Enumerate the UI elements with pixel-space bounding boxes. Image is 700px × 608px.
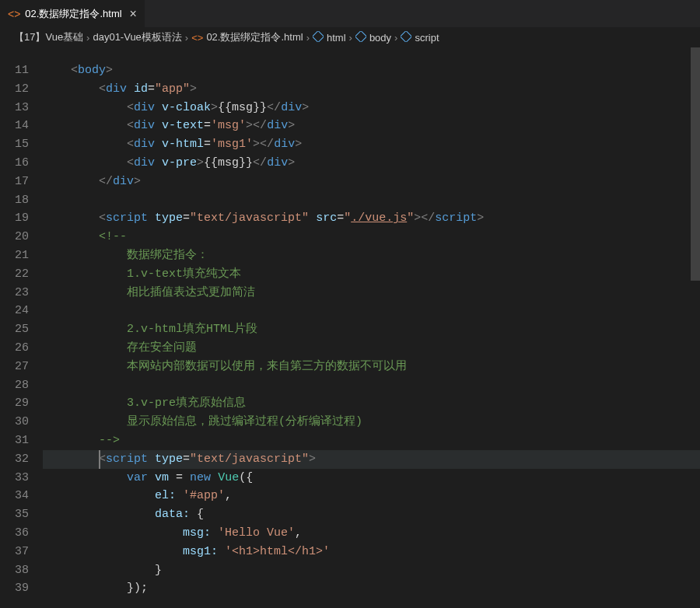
code-line[interactable]: 1.v-text填充纯文本 (43, 265, 700, 284)
line-number: 39 (0, 579, 29, 598)
line-number: 22 (0, 265, 29, 284)
code-line[interactable]: <!-- (43, 228, 700, 246)
breadcrumb-label: script (415, 32, 439, 44)
line-number: 32 (0, 450, 29, 469)
code-line[interactable]: data: { (43, 505, 700, 524)
code-line[interactable] (43, 302, 700, 320)
code-line[interactable]: var vm = new Vue({ (43, 469, 700, 487)
line-number: 38 (0, 561, 29, 580)
breadcrumb-item[interactable]: day01-Vue模板语法 (93, 30, 181, 44)
line-number: 37 (0, 543, 29, 561)
breadcrumb-label: 【17】Vue基础 (14, 30, 83, 44)
code-line[interactable]: <div v-cloak>{{msg}}</div> (43, 99, 700, 117)
code-line[interactable]: <div v-text='msg'></div> (43, 117, 700, 135)
text-cursor (99, 450, 100, 469)
breadcrumb-separator: › (185, 32, 188, 44)
line-number: 19 (0, 209, 29, 228)
code-line[interactable]: <div v-html='msg1'></div> (43, 135, 700, 154)
code-line[interactable] (43, 376, 700, 395)
tab-active[interactable]: <> 02.数据绑定指令.html × (0, 0, 145, 27)
line-number: 21 (0, 246, 29, 265)
code-line[interactable]: <body> (43, 61, 700, 80)
code-line[interactable]: <script type="text/javascript" src="./vu… (43, 209, 700, 228)
line-number: 29 (0, 394, 29, 413)
code-line[interactable]: el: '#app', (43, 487, 700, 505)
code-line[interactable]: 相比插值表达式更加简洁 (43, 284, 700, 302)
line-number: 24 (0, 302, 29, 320)
line-number: 11 (0, 61, 29, 80)
breadcrumb-item[interactable]: script (401, 31, 439, 44)
breadcrumb-separator: › (306, 32, 310, 44)
code-line[interactable]: 显示原始信息，跳过编译过程(分析编译过程) (43, 413, 700, 432)
scrollbar-thumb[interactable] (691, 47, 700, 281)
line-number: 20 (0, 228, 29, 246)
code-area[interactable]: <body> <div id="app"> <div v-cloak>{{msg… (43, 61, 700, 598)
line-number: 27 (0, 358, 29, 376)
breadcrumb-item[interactable]: html (313, 31, 346, 44)
line-number: 17 (0, 173, 29, 191)
html-file-icon: <> (191, 32, 203, 44)
scrollbar-track[interactable] (691, 47, 700, 608)
svg-rect-1 (355, 31, 366, 42)
code-line[interactable]: 存在安全问题 (43, 339, 700, 358)
code-line[interactable]: msg1: '<h1>html</h1>' (43, 543, 700, 561)
tag-icon (401, 31, 411, 44)
tab-filename: 02.数据绑定指令.html (25, 7, 121, 21)
breadcrumb[interactable]: 【17】Vue基础›day01-Vue模板语法›<>02.数据绑定指令.html… (0, 27, 700, 47)
line-number: 15 (0, 135, 29, 154)
code-line[interactable]: </div> (43, 173, 700, 191)
editor-tabs: <> 02.数据绑定指令.html × (0, 0, 700, 27)
code-editor[interactable]: 1112131415161718192021222324252627282930… (0, 47, 700, 598)
breadcrumb-label: body (369, 32, 391, 44)
breadcrumb-label: html (327, 32, 346, 44)
line-number: 35 (0, 505, 29, 524)
code-line[interactable]: msg: 'Hello Vue', (43, 524, 700, 543)
line-number: 26 (0, 339, 29, 358)
line-number: 33 (0, 469, 29, 487)
svg-rect-2 (401, 31, 411, 42)
code-line[interactable]: --> (43, 432, 700, 450)
line-number: 13 (0, 99, 29, 117)
line-number: 23 (0, 284, 29, 302)
code-line[interactable]: <div id="app"> (43, 80, 700, 99)
code-line[interactable]: 2.v-html填充HTML片段 (43, 320, 700, 339)
code-line[interactable]: 本网站内部数据可以使用，来自第三方的数据不可以用 (43, 358, 700, 376)
line-number: 30 (0, 413, 29, 432)
code-line[interactable]: }); (43, 579, 700, 598)
breadcrumb-label: day01-Vue模板语法 (93, 30, 181, 44)
line-number: 36 (0, 524, 29, 543)
line-number: 14 (0, 117, 29, 135)
code-line[interactable]: <script type="text/javascript"> (43, 450, 700, 469)
breadcrumb-separator: › (394, 32, 397, 44)
breadcrumb-item[interactable]: 【17】Vue基础 (14, 30, 83, 44)
line-number: 31 (0, 432, 29, 450)
breadcrumb-item[interactable]: body (355, 31, 391, 44)
line-number-gutter: 1112131415161718192021222324252627282930… (0, 61, 43, 598)
line-number: 28 (0, 376, 29, 395)
code-line[interactable]: 数据绑定指令： (43, 246, 700, 265)
breadcrumb-label: 02.数据绑定指令.html (206, 30, 303, 44)
svg-rect-0 (313, 31, 324, 42)
code-line[interactable]: <div v-pre>{{msg}}</div> (43, 154, 700, 173)
line-number: 25 (0, 320, 29, 339)
line-number: 18 (0, 191, 29, 210)
code-line[interactable]: } (43, 561, 700, 580)
line-number: 16 (0, 154, 29, 173)
html-file-icon: <> (8, 8, 20, 20)
line-number: 34 (0, 487, 29, 505)
close-icon[interactable]: × (130, 7, 137, 21)
code-line[interactable] (43, 191, 700, 210)
breadcrumb-item[interactable]: <>02.数据绑定指令.html (191, 30, 303, 44)
line-number: 12 (0, 80, 29, 99)
code-line[interactable]: 3.v-pre填充原始信息 (43, 394, 700, 413)
breadcrumb-separator: › (349, 32, 352, 44)
breadcrumb-separator: › (86, 32, 89, 44)
tag-icon (355, 31, 366, 44)
tag-icon (313, 31, 324, 44)
